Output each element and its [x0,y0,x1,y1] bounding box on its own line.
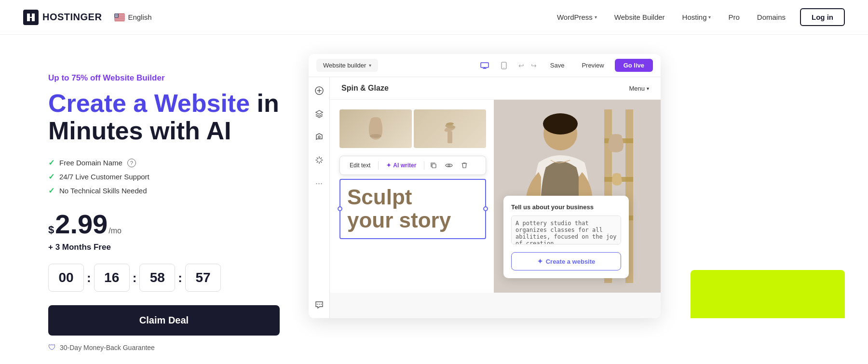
builder-body: ··· [309,77,661,318]
feature-text-1: 24/7 Live Customer Support [59,173,149,181]
style-tool[interactable] [312,129,327,145]
undo-button[interactable]: ↩ [515,60,527,71]
ai-writer-star-icon: ✦ [386,162,391,169]
svg-rect-7 [114,20,125,20]
ai-writer-button[interactable]: ✦ AI writer [381,160,421,171]
website-hero-area: Edit text ✦ AI writer [330,100,661,293]
svg-point-19 [116,15,116,15]
claim-deal-button[interactable]: Claim Deal [48,305,280,336]
svg-point-28 [116,16,116,17]
paint-icon [315,133,324,141]
toolbar-divider-1 [378,161,379,170]
svg-point-17 [118,14,118,15]
money-back-text: 30-Day Money-Back Guarantee [60,344,155,351]
tagline-highlight: 75% off Website Builder [71,73,164,82]
selected-text-box[interactable]: Sculpt your story [339,179,486,239]
eye-button[interactable] [443,159,455,172]
nav-domains[interactable]: Domains [750,9,792,25]
edit-toolbar: Edit text ✦ AI writer [339,156,486,175]
builder-tab-chevron: ▾ [369,63,371,68]
selection-handle-left [338,206,342,211]
svg-rect-5 [114,17,125,18]
dots-icon: ··· [315,178,323,189]
feature-text-0: Free Domain Name [59,159,122,167]
toolbar-divider-2 [424,161,424,170]
logo-icon [23,10,39,25]
edit-text-button[interactable]: Edit text [345,160,375,171]
countdown-minutes: 16 [94,264,130,292]
mobile-view-button[interactable] [496,59,512,72]
eye-icon [445,162,453,168]
desktop-view-button[interactable] [477,59,492,72]
photo-cell-1 [339,109,412,148]
lang-selector[interactable]: English [110,11,155,23]
preview-button[interactable]: Preview [575,59,610,71]
potter-image: Tell us about your business ✦ Create a w… [494,100,661,293]
website-brand: Spin & Glaze [341,84,389,93]
undo-redo-group: ↩ ↪ [515,60,540,71]
countdown-hours: 00 [48,264,84,292]
website-menu[interactable]: Menu ▾ [629,85,649,92]
builder-canvas: Spin & Glaze Menu ▾ [330,77,661,318]
add-tool[interactable] [312,83,327,98]
svg-point-29 [116,16,117,17]
lang-label: English [128,13,151,21]
nav-hosting[interactable]: Hosting ▾ [676,9,718,25]
create-website-button[interactable]: ✦ Create a website [511,252,621,270]
svg-point-30 [117,16,118,17]
svg-point-41 [370,134,381,138]
builder-title-tab[interactable]: Website builder ▾ [316,59,378,72]
svg-point-23 [115,15,116,16]
countdown-seconds: 58 [139,264,175,292]
svg-point-20 [116,15,117,15]
svg-point-38 [319,304,320,305]
countdown-sep-2: : [130,270,140,285]
hosting-chevron-icon: ▾ [708,14,711,20]
navbar: HOSTINGER [0,0,868,35]
login-button[interactable]: Log in [800,8,845,26]
delete-button[interactable] [458,159,471,172]
redo-button[interactable]: ↪ [528,60,540,71]
sparkle-sidebar-icon [315,156,324,164]
svg-point-22 [118,15,118,15]
more-tool[interactable]: ··· [312,175,327,191]
navbar-left: HOSTINGER [23,10,156,25]
vase-icon-1 [366,114,385,143]
svg-point-39 [321,304,322,305]
copy-icon [430,162,437,169]
trash-icon [461,162,467,169]
ai-chat-tool[interactable] [312,297,327,312]
svg-point-36 [318,136,320,138]
logo-text: HOSTINGER [42,12,102,23]
countdown-sep-3: : [175,270,185,285]
nav-website-builder[interactable]: Website Builder [608,9,672,25]
svg-point-16 [117,14,117,15]
builder-topbar-actions: ↩ ↪ Save Preview Go live [477,59,653,72]
svg-rect-6 [114,19,125,19]
navbar-nav: WordPress ▾ Website Builder Hosting ▾ Pr… [550,8,845,26]
svg-rect-46 [432,164,436,168]
check-icon-0: ✓ [48,158,54,167]
nav-pro[interactable]: Pro [721,9,746,25]
desktop-icon [480,62,489,69]
svg-rect-42 [448,131,452,143]
hero-title: Create a Website in Minutes with AI [48,90,280,145]
hero-section: Up to 75% off Website Builder Create a W… [0,35,868,364]
go-live-button[interactable]: Go live [615,59,653,72]
layers-tool[interactable] [312,106,327,121]
price-mo: /mo [108,227,122,235]
logo[interactable]: HOSTINGER [23,10,102,25]
save-button[interactable]: Save [543,59,571,71]
sparkle-icon: ✦ [537,257,543,265]
green-accent-bottom [691,270,845,318]
copy-button[interactable] [427,159,440,172]
layers-icon [315,109,324,118]
svg-rect-32 [481,63,488,67]
builder-sidebar: ··· [309,77,330,318]
info-icon-domain[interactable]: ? [127,159,136,167]
nav-wordpress[interactable]: WordPress ▾ [550,9,604,25]
money-back-guarantee: 🛡 30-Day Money-Back Guarantee [48,343,280,352]
svg-point-57 [543,113,578,135]
ai-popup-textarea[interactable] [511,216,621,244]
ai-tool[interactable] [312,152,327,168]
